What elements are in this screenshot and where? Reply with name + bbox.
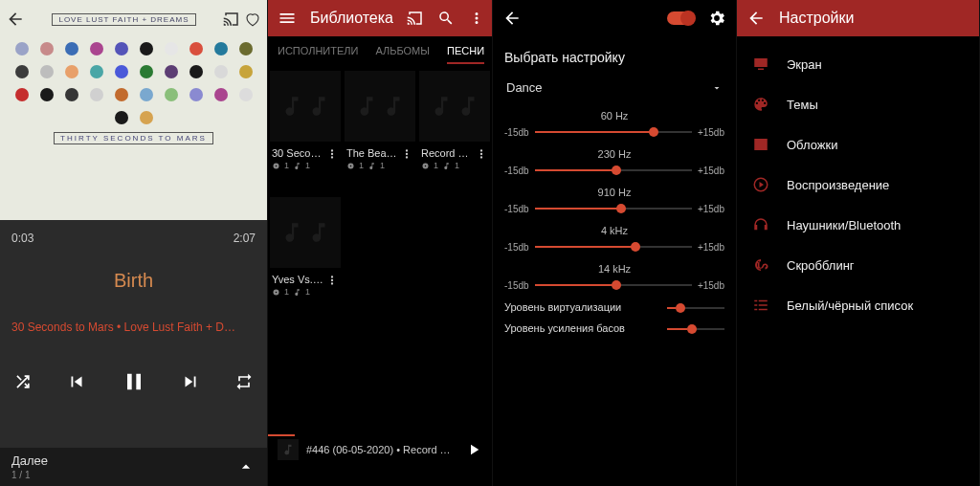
band-slider[interactable] — [535, 202, 692, 215]
song-item[interactable]: Yves Vs. …11 — [270, 197, 341, 297]
repeat-icon[interactable] — [234, 372, 254, 391]
preset-value: Dance — [506, 80, 543, 95]
mini-album-art — [278, 439, 299, 460]
image-icon — [752, 136, 769, 153]
album-dot — [115, 65, 128, 78]
settings-item-palette[interactable]: Темы — [737, 84, 979, 124]
tab-songs[interactable]: ПЕСНИ — [447, 45, 484, 56]
eq-heading: Выбрать настройку — [504, 50, 724, 65]
next-up-label: Далее — [11, 453, 48, 468]
eq-band: 60 Hz-15db+15db — [504, 110, 724, 139]
back-icon[interactable] — [746, 9, 766, 28]
settings-item-image[interactable]: Обложки — [737, 124, 979, 165]
equalizer-pane: Выбрать настройку Dance 60 Hz-15db+15db2… — [493, 0, 737, 486]
album-dot — [165, 88, 178, 101]
band-max: +15db — [698, 127, 724, 138]
band-slider[interactable] — [535, 164, 692, 177]
album-dot — [65, 65, 78, 78]
song-meta: 11 — [270, 161, 341, 170]
play-circle-icon — [752, 176, 769, 193]
album-dot — [15, 42, 29, 55]
settings-item-play-circle[interactable]: Воспроизведение — [737, 165, 979, 205]
settings-item-label: Наушники/Bluetooth — [787, 218, 901, 232]
album-bottom-label: THIRTY SECONDS TO MARS — [54, 132, 213, 144]
svg-point-1 — [276, 165, 278, 166]
album-dot — [189, 42, 203, 55]
back-icon[interactable] — [6, 10, 25, 29]
heart-icon[interactable] — [244, 11, 261, 28]
settings-item-lastfm[interactable]: Скробблинг — [737, 245, 979, 285]
album-dot — [40, 65, 54, 78]
track-title: Birth — [11, 270, 256, 292]
library-pane: Библиотека ИСПОЛНИТЕЛИ АЛЬБОМЫ ПЕСНИ 30 … — [268, 0, 493, 486]
next-icon[interactable] — [180, 371, 201, 392]
songs-grid: 30 Secon…11The Beac…11Record Cl…11Yves V… — [268, 65, 492, 302]
album-dot — [40, 88, 54, 101]
band-slider[interactable] — [535, 240, 692, 254]
song-more-icon[interactable] — [325, 274, 339, 287]
band-min: -15db — [504, 280, 529, 291]
cast-icon[interactable] — [407, 10, 424, 27]
headphones-icon — [752, 216, 769, 233]
song-art — [419, 71, 490, 142]
album-dot — [239, 88, 253, 101]
music-note-icon — [306, 94, 331, 119]
more-icon[interactable] — [468, 10, 485, 27]
song-art — [270, 197, 341, 268]
library-tabs: ИСПОЛНИТЕЛИ АЛЬБОМЫ ПЕСНИ — [268, 36, 492, 65]
song-name: The Beac… — [346, 147, 400, 159]
song-item[interactable]: Record Cl…11 — [419, 71, 490, 170]
band-max: +15db — [698, 242, 724, 253]
search-icon[interactable] — [437, 10, 455, 27]
band-freq: 14 kHz — [504, 263, 724, 275]
prev-icon[interactable] — [66, 371, 87, 392]
eq-appbar — [493, 0, 736, 36]
pause-icon[interactable] — [121, 368, 147, 395]
eq-band: 14 kHz-15db+15db — [504, 263, 724, 292]
song-item[interactable]: 30 Secon…11 — [270, 71, 341, 170]
band-max: +15db — [698, 280, 724, 291]
eq-toggle[interactable] — [667, 11, 694, 25]
band-slider[interactable] — [535, 278, 692, 292]
svg-point-3 — [350, 165, 352, 166]
album-dot — [115, 111, 128, 124]
bass-boost-slider[interactable] — [667, 322, 724, 334]
mini-player[interactable]: #446 (06-05-2020) • Record Club — [268, 436, 492, 463]
settings-item-label: Белый/чёрный список — [787, 298, 913, 313]
album-dot — [189, 88, 203, 101]
lastfm-icon — [752, 256, 769, 274]
album-dot — [40, 42, 54, 55]
tab-artists[interactable]: ИСПОЛНИТЕЛИ — [278, 45, 358, 56]
music-note-icon — [354, 94, 379, 119]
song-more-icon[interactable] — [325, 147, 339, 161]
chevron-up-icon[interactable] — [236, 457, 256, 476]
album-top-label: LOVE LUST FAITH + DREAMS — [52, 13, 195, 26]
song-more-icon[interactable] — [400, 147, 413, 161]
band-freq: 60 Hz — [504, 110, 724, 122]
album-dot — [15, 88, 29, 101]
settings-item-headphones[interactable]: Наушники/Bluetooth — [737, 205, 979, 245]
cast-icon[interactable] — [223, 11, 240, 28]
play-icon[interactable] — [465, 441, 482, 458]
song-item[interactable]: The Beac…11 — [345, 71, 415, 170]
virtualization-slider[interactable] — [667, 301, 724, 313]
dropdown-icon — [711, 82, 723, 94]
tab-albums[interactable]: АЛЬБОМЫ — [375, 45, 430, 56]
next-up-bar[interactable]: Далее 1 / 1 — [0, 448, 267, 486]
settings-item-label: Скробблинг — [787, 258, 855, 273]
band-min: -15db — [504, 166, 529, 176]
band-slider[interactable] — [535, 125, 692, 139]
settings-list: ЭкранТемыОбложкиВоспроизведениеНаушники/… — [737, 36, 979, 325]
back-icon[interactable] — [502, 9, 522, 28]
eq-band: 230 Hz-15db+15db — [504, 148, 724, 177]
music-note-icon — [279, 94, 304, 119]
settings-item-list[interactable]: Белый/чёрный список — [737, 285, 979, 325]
palette-icon — [752, 96, 769, 113]
preset-dropdown[interactable]: Dance — [504, 75, 724, 100]
song-more-icon[interactable] — [475, 147, 488, 161]
shuffle-icon[interactable] — [13, 372, 33, 391]
gear-icon[interactable] — [707, 9, 726, 28]
menu-icon[interactable] — [278, 9, 297, 28]
album-dot — [214, 42, 228, 55]
settings-item-monitor[interactable]: Экран — [737, 44, 979, 84]
